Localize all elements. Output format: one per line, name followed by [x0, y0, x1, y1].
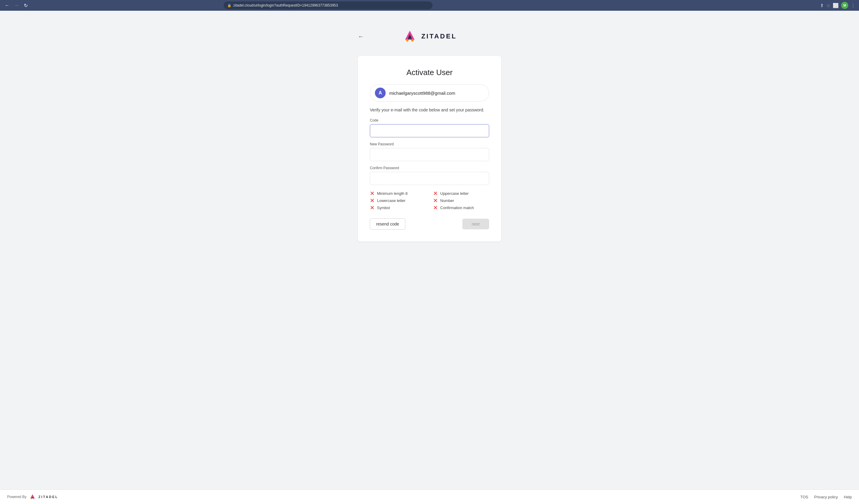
req-lowercase: Lowercase letter	[370, 198, 426, 203]
new-password-label: New Password	[370, 142, 489, 146]
new-password-input[interactable]	[370, 148, 489, 161]
req-number: Number	[433, 198, 489, 203]
browser-reload-button[interactable]: ↻	[22, 1, 29, 10]
code-field-group: Code	[370, 118, 489, 137]
browser-forward-button[interactable]: →	[13, 1, 20, 9]
browser-back-button[interactable]: ←	[3, 1, 11, 9]
browser-profile-avatar[interactable]: M	[841, 2, 848, 9]
code-label: Code	[370, 118, 489, 123]
req-lowercase-label: Lowercase letter	[377, 199, 405, 203]
logo-container: ZITADEL	[402, 29, 457, 44]
req-uppercase-label: Uppercase letter	[440, 191, 469, 196]
logo-area: ← ZITADEL	[358, 29, 501, 44]
buttons-row: resend code next	[370, 218, 489, 230]
user-email: michaelgaryscott988@gmail.com	[389, 91, 455, 96]
footer-privacy-link[interactable]: Privacy policy	[814, 495, 838, 499]
req-confirmation-match-icon	[433, 205, 438, 210]
req-min-length: Minimum length 8	[370, 191, 426, 196]
description-text: Verify your e-mail with the code below a…	[370, 108, 489, 112]
svg-marker-19	[30, 498, 32, 500]
confirm-password-input[interactable]	[370, 172, 489, 185]
requirements-grid: Minimum length 8 Uppercase letter Lowerc…	[370, 191, 489, 210]
page-title: Activate User	[370, 68, 489, 77]
req-number-label: Number	[440, 199, 454, 203]
resend-code-button[interactable]: resend code	[370, 218, 405, 230]
svg-marker-3	[410, 39, 415, 42]
req-symbol-label: Symbol	[377, 206, 390, 210]
activate-user-card: Activate User A michaelgaryscott988@gmai…	[358, 56, 501, 241]
footer-logo-icon	[29, 493, 36, 501]
footer-help-link[interactable]: Help	[844, 495, 852, 499]
footer-brand-text: ZITADEL	[39, 495, 59, 499]
extension-icon[interactable]: ⬜	[833, 3, 839, 8]
share-icon[interactable]: ⬆	[820, 3, 824, 8]
browser-url-bar[interactable]: 🔒 zitadel.cloud/ui/login/login?authReque…	[224, 1, 433, 9]
powered-by-text: Powered By	[7, 495, 27, 499]
logo-text: ZITADEL	[421, 32, 457, 40]
req-symbol-icon	[370, 205, 375, 210]
req-confirmation-match-label: Confirmation match	[440, 206, 474, 210]
back-button[interactable]: ←	[358, 33, 364, 40]
footer-links: TOS Privacy policy Help	[800, 495, 852, 499]
req-lowercase-icon	[370, 198, 375, 203]
browser-chrome: ← → ↻ 🔒 zitadel.cloud/ui/login/login?aut…	[0, 0, 859, 11]
req-uppercase: Uppercase letter	[433, 191, 489, 196]
confirm-password-label: Confirm Password	[370, 166, 489, 170]
zitadel-logo-icon	[402, 29, 418, 44]
svg-marker-20	[33, 498, 35, 500]
browser-url-text: zitadel.cloud/ui/login/login?authRequest…	[233, 3, 338, 7]
footer: Powered By ZITADEL TOS Privacy policy He…	[0, 489, 859, 504]
footer-left: Powered By ZITADEL	[7, 493, 58, 501]
svg-marker-2	[405, 39, 409, 42]
page-content: ← ZITADEL	[0, 11, 859, 504]
code-input[interactable]	[370, 124, 489, 137]
req-min-length-icon	[370, 191, 375, 196]
lock-icon: 🔒	[227, 3, 231, 7]
browser-menu-icon[interactable]: ⋮	[851, 3, 856, 8]
req-number-icon	[433, 198, 438, 203]
main-area: ← ZITADEL	[0, 11, 859, 489]
user-info-row: A michaelgaryscott988@gmail.com	[370, 84, 489, 101]
req-uppercase-icon	[433, 191, 438, 196]
next-button[interactable]: next	[462, 219, 489, 230]
bookmark-icon[interactable]: ☆	[826, 3, 830, 8]
footer-tos-link[interactable]: TOS	[800, 495, 808, 499]
new-password-field-group: New Password	[370, 142, 489, 161]
req-min-length-label: Minimum length 8	[377, 191, 408, 196]
req-confirmation-match: Confirmation match	[433, 205, 489, 210]
confirm-password-field-group: Confirm Password	[370, 166, 489, 185]
browser-actions: ⬆ ☆ ⬜ M ⋮	[820, 2, 856, 9]
req-symbol: Symbol	[370, 205, 426, 210]
user-avatar: A	[375, 88, 386, 98]
